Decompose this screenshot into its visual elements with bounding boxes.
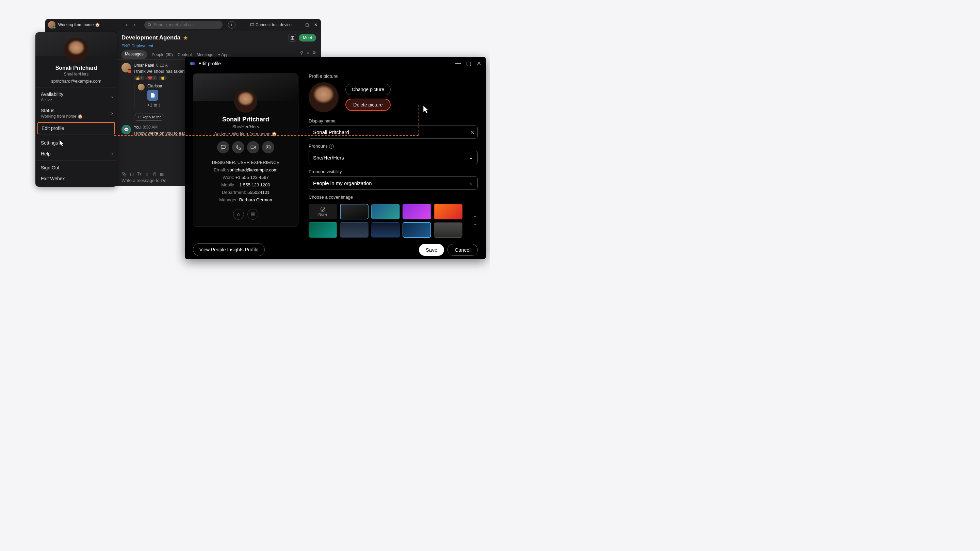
- scroll-up-icon[interactable]: ⌃: [473, 214, 478, 219]
- cover-label: Choose a cover image: [309, 195, 478, 200]
- search-bar[interactable]: [144, 21, 223, 29]
- cover-option[interactable]: [340, 222, 369, 238]
- availability-item[interactable]: Availability Active ›: [35, 89, 117, 105]
- people-insights-button[interactable]: View People Insights Profile: [193, 243, 265, 256]
- card-info: DESIGNER. USER EXPERIENCE Email: spritch…: [193, 159, 298, 204]
- attachment-icon[interactable]: [147, 90, 158, 101]
- reaction[interactable]: 👏: [159, 76, 167, 80]
- tab-messages[interactable]: Messages: [121, 50, 147, 59]
- card-avatar: [234, 89, 257, 113]
- chevron-down-icon: ⌄: [469, 180, 473, 186]
- maximize-button[interactable]: ▢: [305, 22, 309, 27]
- tab-people[interactable]: People (30): [152, 50, 173, 59]
- gif-icon[interactable]: ▦: [160, 172, 164, 176]
- profile-email: spritchard@example.com: [35, 79, 117, 84]
- home-link-icon[interactable]: ⌂: [233, 209, 244, 220]
- message-avatar[interactable]: 💬: [121, 125, 131, 134]
- message-avatar[interactable]: [121, 63, 131, 73]
- chat-subtitle[interactable]: ENG Deployment: [117, 43, 321, 50]
- svg-rect-2: [250, 24, 254, 26]
- cursor-icon: [423, 105, 430, 114]
- visibility-select[interactable]: People in my organization ⌄: [309, 176, 478, 190]
- avatar[interactable]: [48, 21, 56, 29]
- chevron-down-icon: ⌄: [469, 154, 473, 160]
- message-avatar[interactable]: [138, 84, 145, 91]
- favorite-icon[interactable]: ★: [183, 35, 188, 41]
- search-input[interactable]: [154, 22, 219, 27]
- cover-option[interactable]: [434, 204, 463, 219]
- cover-option[interactable]: [371, 204, 400, 219]
- card-email[interactable]: spritchard@example.com: [227, 167, 278, 172]
- change-picture-button[interactable]: Change picture: [345, 84, 391, 95]
- save-button[interactable]: Save: [419, 244, 444, 256]
- svg-line-1: [150, 25, 151, 27]
- pronouns-label: Pronouns i: [309, 143, 478, 149]
- profile-preview-card: Sonali Pritchard She/Her/Hers Active • W…: [193, 73, 298, 227]
- message-time: 8:12 A: [156, 63, 168, 68]
- back-button[interactable]: ‹: [123, 21, 130, 28]
- settings-label: Settings: [41, 140, 111, 146]
- contact-card-action[interactable]: [262, 141, 274, 153]
- call-action[interactable]: [232, 141, 244, 153]
- maximize-button[interactable]: ▢: [466, 60, 471, 67]
- card-name: Sonali Pritchard: [193, 116, 298, 123]
- edit-profile-modal: Edit profile — ▢ ✕ Sonali Pritchard She/…: [185, 57, 486, 259]
- message-author: Umar Patel: [134, 63, 154, 68]
- close-button[interactable]: ✕: [313, 22, 318, 27]
- delete-picture-button[interactable]: Delete picture: [345, 98, 391, 111]
- cursor-icon: [60, 140, 66, 148]
- pronouns-value: She/Her/Hers: [313, 155, 344, 160]
- minimize-button[interactable]: —: [455, 60, 461, 67]
- cover-scroll: ⌃ ⌄: [473, 214, 478, 225]
- chevron-right-icon: ›: [111, 151, 113, 157]
- message-author: Clarissa: [147, 84, 162, 89]
- cover-option[interactable]: [309, 222, 337, 238]
- settings-item[interactable]: Settings: [35, 137, 117, 148]
- help-label: Help: [41, 151, 111, 156]
- minimize-button[interactable]: —: [296, 22, 301, 27]
- cover-none[interactable]: None: [309, 204, 337, 219]
- device-icon: [250, 23, 254, 27]
- cancel-button[interactable]: Cancel: [447, 244, 478, 256]
- apps-icon[interactable]: ⊞: [288, 34, 296, 41]
- cover-option[interactable]: [340, 204, 369, 219]
- attach-icon[interactable]: 📎: [121, 172, 127, 176]
- card-pronoun: She/Her/Hers: [193, 124, 298, 129]
- video-action[interactable]: [247, 141, 259, 153]
- meet-button[interactable]: Meet: [299, 34, 316, 41]
- display-name-input[interactable]: [309, 125, 478, 139]
- clear-input-icon[interactable]: ✕: [470, 129, 474, 135]
- edit-profile-item[interactable]: Edit profile: [37, 122, 115, 134]
- pronouns-select[interactable]: She/Her/Hers ⌄: [309, 151, 478, 164]
- emoji-icon[interactable]: ☺: [145, 172, 149, 176]
- webex-logo-icon: [189, 60, 196, 67]
- email-link-icon[interactable]: ✉: [247, 209, 258, 220]
- format-icon[interactable]: Tт: [137, 172, 142, 176]
- profile-avatar[interactable]: [64, 38, 89, 62]
- sign-out-item[interactable]: Sign Out: [35, 162, 117, 173]
- reaction[interactable]: 👍 1: [134, 76, 145, 80]
- modal-footer: View People Insights Profile Save Cancel: [185, 238, 486, 263]
- mention-icon[interactable]: @: [153, 172, 156, 176]
- reply-to-thread-button[interactable]: ↩ Reply to thr: [134, 114, 164, 121]
- card-manager[interactable]: Barbara German: [239, 197, 272, 202]
- profile-pronoun: She/Her/Hers: [35, 72, 117, 76]
- close-button[interactable]: ✕: [477, 60, 481, 67]
- connect-device[interactable]: Connect to a device: [250, 22, 292, 27]
- new-action-button[interactable]: +: [228, 21, 235, 29]
- info-icon[interactable]: i: [329, 144, 334, 149]
- cover-option[interactable]: [371, 222, 400, 238]
- scroll-down-icon[interactable]: ⌄: [473, 220, 478, 225]
- reaction[interactable]: ❤️ 1: [146, 76, 157, 80]
- screenshot-icon[interactable]: ▢: [130, 172, 134, 176]
- message-action[interactable]: [217, 141, 229, 153]
- help-item[interactable]: Help ›: [35, 148, 117, 159]
- forward-button[interactable]: ›: [131, 21, 138, 28]
- svg-point-7: [267, 147, 268, 148]
- cover-option[interactable]: [434, 222, 463, 238]
- status-item[interactable]: Status Working from home 🏠 ›: [35, 105, 117, 121]
- cover-option[interactable]: [402, 204, 431, 219]
- cover-option[interactable]: [402, 222, 431, 238]
- exit-item[interactable]: Exit Webex: [35, 173, 117, 184]
- profile-picture-label: Profile picture: [309, 73, 478, 79]
